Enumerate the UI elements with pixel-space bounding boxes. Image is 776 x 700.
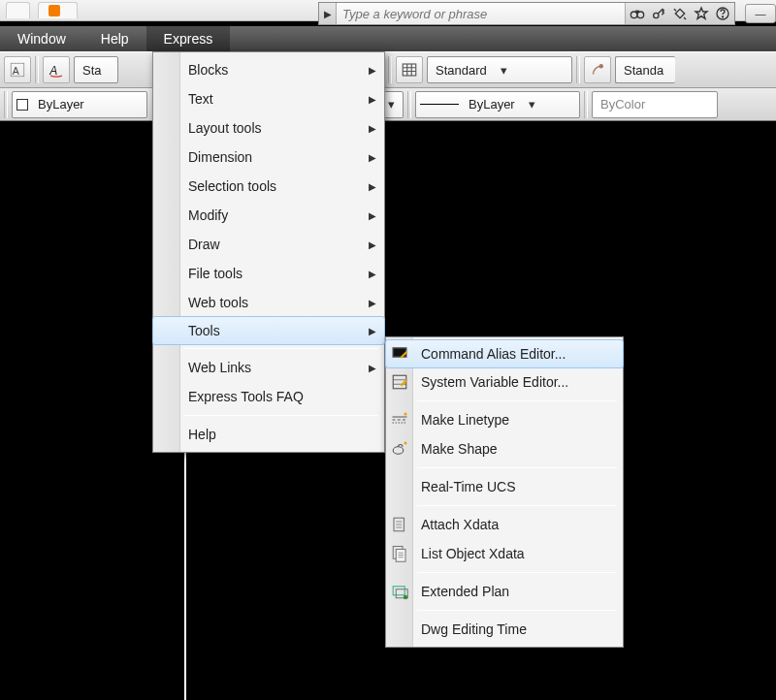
submenu-make-shape[interactable]: Make Shape [386, 434, 623, 463]
submenu-arrow-icon: ▶ [369, 363, 376, 373]
submenu-extended-plan[interactable]: Extended Plan [386, 577, 623, 606]
tablestyle-combo-label: Standard [432, 63, 491, 78]
menu-item-express-help[interactable]: Help [153, 420, 384, 449]
help-icon[interactable] [715, 6, 730, 21]
submenu-arrow-icon: ▶ [369, 210, 376, 221]
menu-item-label: Make Linetype [421, 412, 509, 428]
svg-text:A: A [48, 64, 57, 78]
svg-rect-20 [393, 587, 404, 595]
background-tab-2[interactable] [38, 2, 78, 18]
attach-xdata-icon [390, 515, 409, 534]
plotstyle-combo[interactable]: ByColor [592, 91, 718, 118]
search-box: ▶ [318, 2, 735, 25]
svg-point-5 [722, 16, 723, 17]
svg-point-22 [404, 595, 408, 600]
menu-item-label: Blocks [188, 62, 228, 78]
menu-item-tools[interactable]: Tools▶ [152, 316, 385, 345]
menu-item-label: File tools [188, 266, 242, 281]
menu-item-modify[interactable]: Modify▶ [153, 201, 384, 230]
menu-item-dimension[interactable]: Dimension▶ [153, 143, 384, 172]
toolbar-separator [35, 56, 39, 83]
dropdown-arrow-icon: ▾ [525, 97, 540, 111]
search-input[interactable] [337, 7, 625, 21]
menu-item-draw[interactable]: Draw▶ [153, 230, 384, 259]
textstyle-icon-button[interactable]: A [4, 56, 31, 83]
layer-combo[interactable]: ByLayer [12, 91, 147, 118]
linetype-combo[interactable]: ByLayer ▾ [415, 91, 580, 118]
toolbar-separator [407, 91, 411, 118]
tablestyle-icon-button[interactable] [396, 56, 423, 83]
star-icon[interactable] [694, 6, 709, 21]
menu-express[interactable]: Express [146, 26, 231, 51]
svg-rect-2 [635, 11, 639, 14]
submenu-make-linetype[interactable]: Make Linetype [386, 405, 623, 434]
textstyle-combo-1[interactable]: Sta [74, 56, 118, 83]
submenu-command-alias-editor[interactable]: Command Alias Editor... [385, 339, 624, 368]
toolbar-separator [576, 56, 580, 83]
toolbar-separator [4, 91, 8, 118]
submenu-arrow-icon: ▶ [369, 123, 376, 134]
submenu-arrow-icon: ▶ [369, 298, 376, 308]
extended-plan-icon [390, 582, 409, 601]
menu-separator [417, 400, 617, 401]
toolbar-layers: ByLayer ▾ ByLayer ▾ ByColor [0, 88, 776, 121]
dimstyle-icon-button[interactable] [584, 56, 611, 83]
menu-item-web-links[interactable]: Web Links▶ [153, 353, 384, 382]
svg-point-14 [404, 413, 407, 416]
minimize-button[interactable]: — [745, 4, 776, 23]
menu-item-text[interactable]: Text▶ [153, 84, 384, 113]
search-history-arrow-icon[interactable]: ▶ [319, 3, 337, 24]
menu-item-label: Text [188, 91, 213, 107]
dimstyle-combo[interactable]: Standa [615, 56, 675, 83]
key-icon[interactable] [651, 6, 666, 21]
submenu-attach-xdata[interactable]: Attach Xdata [386, 510, 623, 539]
menu-separator [184, 348, 378, 349]
submenu-realtime-ucs[interactable]: Real-Time UCS [386, 472, 623, 501]
linetype-preview-icon [420, 104, 459, 105]
menu-item-layout-tools[interactable]: Layout tools▶ [153, 113, 384, 143]
submenu-arrow-icon: ▶ [369, 326, 376, 336]
textstyle-combo-1-label: Sta [79, 63, 106, 78]
textstyle-a-icon[interactable]: A [43, 56, 70, 83]
menu-window[interactable]: Window [0, 26, 83, 51]
menu-separator [184, 415, 378, 416]
submenu-arrow-icon: ▶ [369, 94, 376, 105]
submenu-system-variable-editor[interactable]: System Variable Editor... [386, 367, 623, 397]
menu-item-label: Extended Plan [421, 584, 509, 599]
menu-separator [417, 505, 617, 506]
satellite-icon[interactable] [672, 6, 688, 21]
svg-rect-9 [403, 64, 416, 76]
menu-item-label: Make Shape [421, 441, 498, 457]
menu-item-label: Tools [188, 323, 220, 338]
header-search-row: ▶ — [318, 0, 776, 27]
svg-text:A: A [13, 65, 19, 77]
layer-color-swatch-icon [16, 99, 28, 111]
background-tab-1[interactable] [6, 2, 30, 18]
linetype-combo-label: ByLayer [465, 97, 519, 111]
menu-item-selection-tools[interactable]: Selection tools▶ [153, 172, 384, 201]
menu-separator [417, 467, 617, 468]
toolbar-separator [584, 91, 588, 118]
menu-item-express-faq[interactable]: Express Tools FAQ [153, 382, 384, 411]
menu-item-label: Command Alias Editor... [421, 346, 566, 362]
submenu-arrow-icon: ▶ [369, 152, 376, 163]
menu-help[interactable]: Help [83, 26, 146, 51]
tablestyle-combo[interactable]: Standard ▾ [427, 56, 572, 83]
menu-item-label: Selection tools [188, 178, 276, 194]
menu-item-web-tools[interactable]: Web tools▶ [153, 288, 384, 317]
menu-item-label: Web Links [188, 360, 251, 375]
binoculars-icon[interactable] [630, 6, 645, 21]
dropdown-arrow-icon: ▾ [497, 63, 512, 78]
menu-item-file-tools[interactable]: File tools▶ [153, 259, 384, 288]
submenu-dwg-editing-time[interactable]: Dwg Editing Time [386, 615, 623, 644]
toolbar-styles: A A Sta ▾ Standard ▾ Standa [0, 51, 776, 88]
menu-item-label: Layout tools [188, 120, 262, 136]
blogger-icon [48, 5, 60, 16]
submenu-list-object-xdata[interactable]: List Object Xdata [386, 539, 623, 568]
menu-item-blocks[interactable]: Blocks▶ [153, 55, 384, 84]
menu-item-label: Express Tools FAQ [188, 389, 304, 404]
svg-point-15 [393, 447, 404, 455]
make-shape-icon [390, 439, 409, 459]
menu-item-label: Dimension [188, 149, 252, 165]
command-alias-icon [390, 344, 409, 364]
